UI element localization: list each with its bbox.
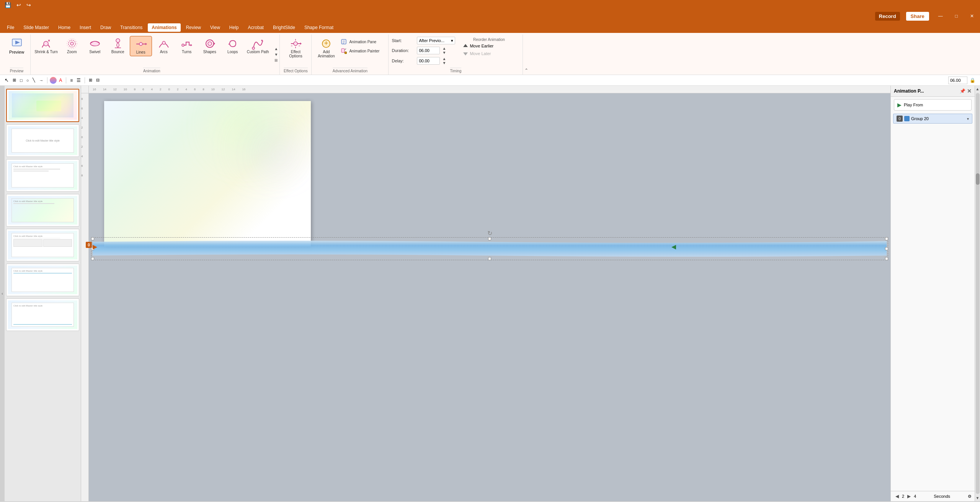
menu-insert[interactable]: Insert: [76, 23, 95, 32]
animation-painter-button[interactable]: Animation Painter: [339, 47, 385, 55]
ribbon-expand-button[interactable]: ⌃: [524, 68, 528, 73]
menu-review[interactable]: Review: [182, 23, 205, 32]
scroll-track[interactable]: [976, 93, 980, 494]
anim-loops[interactable]: Loops: [222, 36, 244, 55]
save-icon[interactable]: 💾: [3, 1, 13, 9]
slide-thumb-7[interactable]: 7 Click to edit Master title style: [6, 298, 79, 331]
menu-acrobat[interactable]: Acrobat: [244, 23, 268, 32]
svg-point-3: [70, 42, 74, 45]
slide-canvas[interactable]: [104, 101, 311, 246]
scroll-down-button[interactable]: ▼: [975, 495, 980, 501]
slide-thumb-4[interactable]: 4 Click to edit Master title style: [6, 194, 79, 227]
animated-shape-container[interactable]: ↻ 0: [93, 239, 887, 259]
handle-tr[interactable]: [885, 237, 888, 240]
minimize-button[interactable]: —: [935, 12, 946, 20]
panel-collapse-button[interactable]: ‹: [0, 86, 5, 501]
cursor-tool[interactable]: ↖: [3, 77, 10, 84]
ellipse-tool[interactable]: ○: [25, 77, 31, 83]
anim-bounce[interactable]: Bounce: [107, 36, 129, 55]
delay-input[interactable]: [417, 57, 440, 65]
anim-pane-pin-icon[interactable]: 📌: [960, 88, 965, 94]
svg-marker-20: [261, 39, 263, 41]
undo-icon[interactable]: ↩: [15, 1, 23, 9]
preview-button[interactable]: Preview: [6, 36, 27, 56]
size-input[interactable]: [948, 77, 967, 84]
svg-marker-18: [228, 43, 230, 45]
handle-bl[interactable]: [91, 257, 94, 260]
anim-pane-close-button[interactable]: ✕: [967, 88, 972, 94]
anim-shrink-turn[interactable]: Shrink & Turn: [32, 36, 60, 55]
menu-view[interactable]: View: [206, 23, 224, 32]
animation-item-expand[interactable]: ▾: [967, 117, 969, 121]
rect-tool[interactable]: □: [18, 77, 24, 83]
pane-nav-right[interactable]: ▶: [906, 493, 912, 500]
slide-thumb-6[interactable]: 6 Click to edit Master title style: [6, 264, 79, 296]
menu-animations[interactable]: Animations: [148, 23, 180, 32]
animation-pane-title: Animation P...: [894, 88, 924, 94]
align-center-tool[interactable]: ☰: [75, 77, 82, 84]
anim-shapes[interactable]: Shapes: [199, 36, 221, 55]
anim-lines[interactable]: Lines: [130, 36, 152, 56]
anim-scroll-down[interactable]: ▼: [274, 52, 279, 57]
menu-home[interactable]: Home: [54, 23, 74, 32]
anim-zoom[interactable]: Zoom: [61, 36, 83, 55]
menu-transitions[interactable]: Transitions: [116, 23, 146, 32]
anim-scroll-more[interactable]: ⊞: [274, 57, 279, 63]
menu-brightslide[interactable]: BrightSlide: [269, 23, 299, 32]
arrow-tool[interactable]: →: [38, 77, 45, 83]
svg-text:+: +: [324, 39, 328, 47]
menu-shape-format[interactable]: Shape Format: [301, 23, 337, 32]
play-from-icon: ▶: [897, 102, 902, 108]
slide-thumb-3[interactable]: 3 Click to edit Master title style: [6, 159, 79, 192]
scroll-up-button[interactable]: ▲: [975, 86, 980, 92]
anim-scroll-up[interactable]: ▲: [274, 46, 279, 52]
move-later-button[interactable]: Move Later: [461, 50, 516, 57]
reorder-title: Reorder Animation: [461, 37, 516, 42]
maximize-button[interactable]: □: [952, 12, 961, 20]
fill-color-tool[interactable]: [50, 77, 57, 84]
handle-bm[interactable]: [488, 257, 491, 260]
scroll-thumb[interactable]: [976, 173, 980, 185]
font-color-tool[interactable]: A: [57, 77, 64, 84]
slide-thumb-2[interactable]: 2 Click to edit Master title style: [6, 124, 79, 157]
ungroup-tool[interactable]: ⊟: [95, 77, 101, 83]
animation-pane-button[interactable]: Animation Pane: [339, 37, 385, 46]
handle-tm[interactable]: [488, 237, 491, 240]
animation-pane: Animation P... 📌 ✕ ▶ Play From 0 Group 2…: [890, 86, 975, 501]
start-dropdown[interactable]: After Previo... ▾: [417, 37, 455, 44]
group-tool[interactable]: ⊞: [87, 77, 94, 83]
slide-thumb-5[interactable]: 5 Click to edit Master title style: [6, 229, 79, 261]
handle-tl[interactable]: [91, 237, 94, 240]
rotate-handle[interactable]: ↻: [486, 230, 493, 236]
menu-file[interactable]: File: [3, 23, 18, 32]
handle-mr[interactable]: [885, 247, 888, 250]
share-button[interactable]: Share: [906, 12, 929, 21]
pane-settings-icon[interactable]: ⚙: [968, 494, 972, 499]
play-from-button[interactable]: ▶ Play From: [894, 99, 972, 111]
select-tool[interactable]: ⊞: [11, 77, 18, 83]
svg-point-11: [139, 42, 142, 46]
ruler-vertical: 8 6 4 2 0 2 4 6 8: [81, 93, 89, 501]
menu-slide-master[interactable]: Slide Master: [20, 23, 53, 32]
pane-page-2: 2: [902, 494, 904, 499]
anim-swivel[interactable]: Swivel: [84, 36, 106, 55]
move-earlier-button[interactable]: Move Earlier: [461, 42, 516, 49]
menu-draw[interactable]: Draw: [96, 23, 115, 32]
line-tool[interactable]: ╲: [31, 77, 37, 83]
anim-turns[interactable]: Turns: [176, 36, 198, 55]
close-button[interactable]: ✕: [967, 12, 977, 20]
align-left-tool[interactable]: ≡: [69, 77, 74, 84]
lock-aspect-tool[interactable]: 🔒: [968, 77, 977, 84]
duration-input[interactable]: [417, 47, 440, 54]
record-button[interactable]: Record: [875, 12, 900, 21]
slide-thumb-1[interactable]: 1 ★: [6, 89, 79, 122]
anim-custom-path[interactable]: Custom Path: [245, 36, 271, 55]
effect-options-button[interactable]: Effect Options: [282, 36, 309, 60]
redo-icon[interactable]: ↪: [25, 1, 33, 9]
pane-nav-left[interactable]: ◀: [894, 493, 900, 500]
animation-item-0[interactable]: 0 Group 20 ▾: [893, 114, 972, 124]
handle-br[interactable]: [885, 257, 888, 260]
menu-help[interactable]: Help: [225, 23, 243, 32]
anim-arcs[interactable]: Arcs: [153, 36, 175, 55]
add-animation-button[interactable]: + Add Animation: [315, 36, 338, 60]
